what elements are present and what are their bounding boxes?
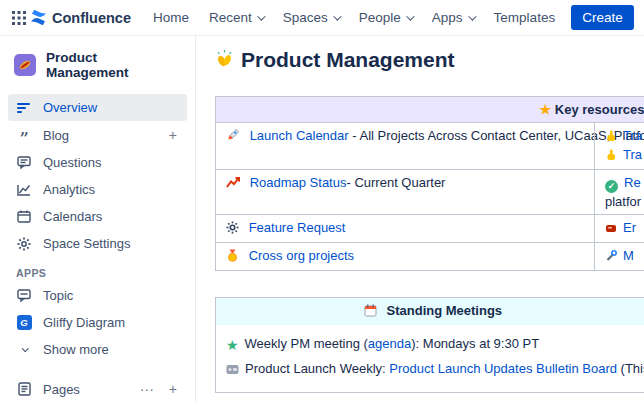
- roadmap-status-link[interactable]: Roadmap Status: [250, 175, 347, 190]
- sidebar-item-label: Gliffy Diagram: [43, 315, 125, 330]
- sidebar-item-pages[interactable]: Pages ··· +: [8, 375, 187, 403]
- top-nav-menu: Home Recent Spaces People Apps Templates: [145, 5, 563, 30]
- space-avatar-hotdog-icon: [14, 54, 36, 76]
- medal-icon: [226, 249, 239, 266]
- weekly-pm-meeting-line: ★Weekly PM meeting (agenda): Mondays at …: [226, 332, 640, 357]
- sidebar-item-label: Blog: [43, 128, 69, 143]
- pointing-finger-icon: [605, 148, 617, 165]
- row-description: platfor: [605, 194, 641, 209]
- key-resources-table: ★ Key resources Launch Calendar - All Pr…: [215, 96, 644, 271]
- gear-icon: [226, 221, 239, 238]
- space-header[interactable]: Product Management: [8, 48, 187, 94]
- metrics-link[interactable]: M: [623, 248, 634, 263]
- pages-more-actions-icon[interactable]: ···: [138, 381, 156, 397]
- row-description: - Current Quarter: [346, 175, 445, 190]
- sidebar-item-gliffy-diagram[interactable]: G Gliffy Diagram: [8, 309, 187, 336]
- show-more-label: Show more: [43, 342, 109, 357]
- app-switcher-grid-icon[interactable]: [12, 5, 26, 31]
- chevron-down-icon: [16, 347, 32, 352]
- nav-recent[interactable]: Recent: [201, 5, 271, 30]
- key-resources-title: Key resources: [555, 102, 644, 117]
- pages-document-icon: [16, 382, 32, 396]
- space-sidebar: Product Management Overview ” Blog + Que…: [0, 36, 196, 403]
- sidebar-item-label: Overview: [43, 100, 97, 115]
- green-star-icon: ★: [226, 337, 239, 353]
- sidebar-item-label: Topic: [43, 288, 73, 303]
- rocket-icon: [226, 128, 240, 146]
- calendar-icon: [364, 304, 377, 320]
- overview-lines-icon: [16, 102, 32, 114]
- page-title: Product Management: [241, 48, 455, 72]
- launch-calendar-link[interactable]: Launch Calendar: [250, 128, 349, 143]
- table-row: Launch Calendar - All Projects Across Co…: [216, 122, 644, 169]
- confluence-logo-icon: [30, 9, 47, 26]
- check-circle-icon: ✓: [605, 176, 618, 193]
- analytics-chart-icon: [16, 183, 32, 196]
- nav-templates[interactable]: Templates: [486, 5, 564, 30]
- apps-section-label: APPS: [8, 257, 187, 282]
- nav-home[interactable]: Home: [145, 5, 197, 30]
- chevron-down-icon: [333, 12, 341, 20]
- questions-bubble-icon: [16, 156, 32, 169]
- table-row: Cross org projects M: [216, 242, 644, 270]
- mailbox-icon: [605, 221, 617, 238]
- clapping-hands-icon: [215, 49, 234, 72]
- star-icon: ★: [540, 102, 552, 117]
- nav-spaces[interactable]: Spaces: [275, 5, 347, 30]
- tool-icon: [605, 249, 617, 266]
- pointing-finger-icon: [605, 129, 617, 146]
- standing-meetings-header: Standing Meetings: [216, 298, 644, 325]
- sidebar-show-more[interactable]: Show more: [8, 336, 187, 363]
- blog-quote-icon: ”: [16, 131, 32, 139]
- chevron-down-icon: [468, 12, 476, 20]
- topic-bubble-icon: [16, 289, 32, 302]
- calendar-icon: [16, 210, 32, 223]
- pages-section: Pages ··· + - Weekly Product Bulletin - …: [8, 375, 187, 403]
- page-content: Product Management ★ Key resources Launc…: [196, 36, 644, 403]
- chart-increasing-icon: [226, 176, 240, 193]
- standing-meetings-panel: Standing Meetings ★Weekly PM meeting (ag…: [215, 297, 644, 393]
- add-blog-post-button[interactable]: +: [167, 127, 179, 143]
- product-launch-weekly-line: Product Launch Weekly: Product Launch Up…: [226, 357, 640, 382]
- gear-icon: [16, 237, 32, 251]
- release-link[interactable]: Re: [624, 175, 641, 190]
- feature-request-link[interactable]: Feature Request: [249, 220, 346, 235]
- top-navigation: Confluence Home Recent Spaces People App…: [0, 0, 644, 36]
- sidebar-item-label: Questions: [43, 155, 102, 170]
- agenda-link[interactable]: agenda: [368, 336, 411, 351]
- recording-icon: [226, 363, 239, 378]
- training-link[interactable]: Tra: [623, 147, 642, 162]
- chevron-down-icon: [257, 12, 265, 20]
- sidebar-item-overview[interactable]: Overview: [8, 94, 187, 121]
- space-name: Product Management: [46, 50, 181, 80]
- table-row: Roadmap Status- Current Quarter ✓Re plat…: [216, 169, 644, 214]
- nav-people[interactable]: People: [351, 5, 420, 30]
- sidebar-item-analytics[interactable]: Analytics: [8, 176, 187, 203]
- confluence-logo[interactable]: Confluence: [30, 9, 131, 26]
- sidebar-item-space-settings[interactable]: Space Settings: [8, 230, 187, 257]
- gliffy-icon: G: [16, 315, 32, 330]
- sidebar-item-blog[interactable]: ” Blog +: [8, 121, 187, 149]
- sidebar-item-topic[interactable]: Topic: [8, 282, 187, 309]
- sidebar-item-label: Analytics: [43, 182, 95, 197]
- key-resources-header: ★ Key resources: [216, 97, 644, 122]
- sidebar-item-label: Calendars: [43, 209, 102, 224]
- add-page-button[interactable]: +: [167, 381, 179, 397]
- create-button[interactable]: Create: [571, 5, 634, 30]
- sidebar-item-label: Space Settings: [43, 236, 130, 251]
- confluence-window: Confluence Home Recent Spaces People App…: [0, 0, 644, 403]
- sidebar-item-label: Pages: [43, 382, 80, 397]
- training-link[interactable]: Tra: [623, 128, 642, 143]
- enhancements-link[interactable]: Er: [623, 220, 636, 235]
- standing-meetings-title: Standing Meetings: [387, 303, 503, 318]
- chevron-down-icon: [406, 12, 414, 20]
- table-row: Feature Request Er: [216, 214, 644, 242]
- sidebar-item-questions[interactable]: Questions: [8, 149, 187, 176]
- cross-org-projects-link[interactable]: Cross org projects: [249, 248, 354, 263]
- nav-apps[interactable]: Apps: [424, 5, 482, 30]
- bulletin-board-link[interactable]: Product Launch Updates Bulletin Board: [389, 361, 617, 376]
- sidebar-item-calendars[interactable]: Calendars: [8, 203, 187, 230]
- app-name: Confluence: [52, 10, 131, 26]
